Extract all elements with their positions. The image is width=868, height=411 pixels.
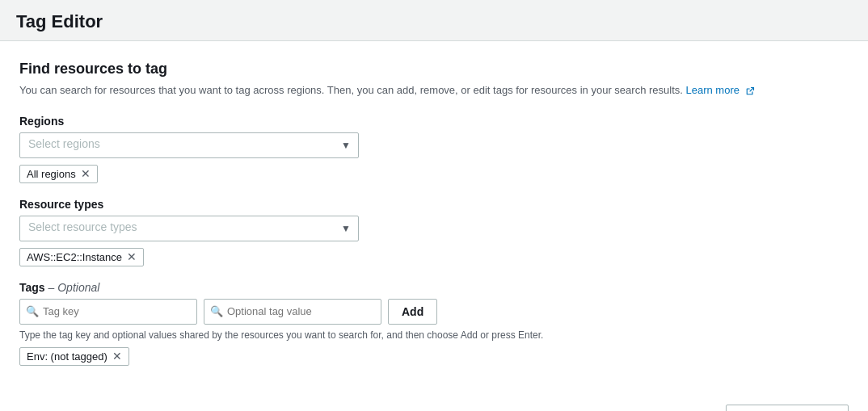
search-resources-button[interactable]: Search resources bbox=[726, 405, 849, 412]
ec2-instance-chip: AWS::EC2::Instance ✕ bbox=[19, 248, 144, 266]
remove-ec2-instance-button[interactable]: ✕ bbox=[127, 251, 137, 262]
regions-field-group: Regions Select regions ▼ All regions ✕ bbox=[19, 115, 849, 183]
learn-more-link[interactable]: Learn more bbox=[686, 84, 755, 96]
regions-label: Regions bbox=[19, 115, 849, 128]
all-regions-chip: All regions ✕ bbox=[19, 165, 98, 183]
section-description: You can search for resources that you wa… bbox=[19, 82, 849, 99]
tags-hint: Type the tag key and optional values sha… bbox=[19, 329, 849, 341]
section-title: Find resources to tag bbox=[19, 61, 849, 78]
tags-field-group: Tags – Optional 🔍 🔍 Add Type the tag key… bbox=[19, 281, 849, 366]
remove-env-chip-button[interactable]: ✕ bbox=[112, 350, 122, 362]
env-not-tagged-chip: Env: (not tagged) ✕ bbox=[19, 347, 129, 366]
add-tag-button[interactable]: Add bbox=[388, 299, 437, 325]
resource-types-field-group: Resource types Select resource types ▼ A… bbox=[19, 198, 849, 266]
external-link-icon bbox=[745, 86, 755, 96]
resource-types-select-wrapper: Select resource types ▼ bbox=[19, 216, 359, 241]
tags-label: Tags – Optional bbox=[19, 281, 849, 294]
tag-value-wrapper: 🔍 bbox=[204, 299, 381, 325]
regions-select[interactable]: Select regions bbox=[19, 132, 359, 158]
tags-input-row: 🔍 🔍 Add bbox=[19, 299, 849, 325]
page-title: Tag Editor bbox=[16, 11, 852, 32]
resource-types-select[interactable]: Select resource types bbox=[19, 216, 359, 241]
regions-select-wrapper: Select regions ▼ bbox=[19, 132, 359, 158]
tag-key-wrapper: 🔍 bbox=[19, 299, 197, 325]
remove-all-regions-button[interactable]: ✕ bbox=[81, 168, 91, 179]
find-resources-section: Find resources to tag You can search for… bbox=[19, 61, 849, 99]
resource-types-label: Resource types bbox=[19, 198, 849, 211]
tag-value-input[interactable] bbox=[204, 299, 381, 325]
footer-row: Search resources bbox=[19, 388, 849, 412]
tag-key-input[interactable] bbox=[19, 299, 197, 325]
